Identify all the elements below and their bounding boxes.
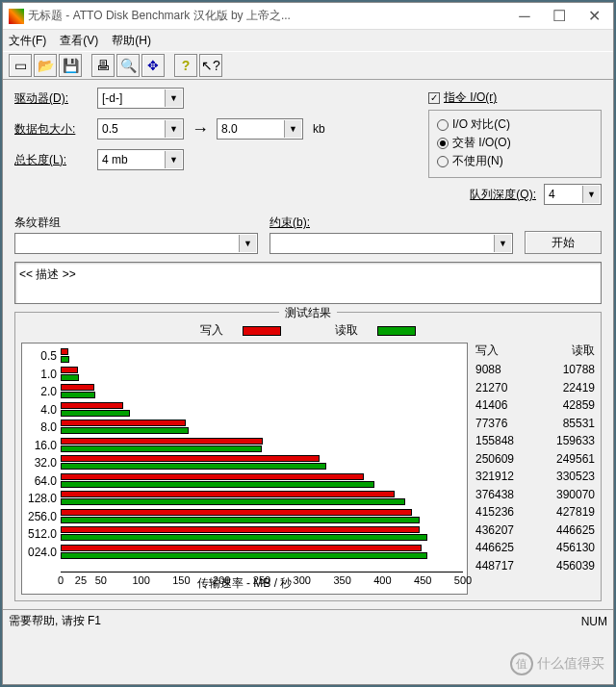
packet-from-select[interactable]: 0.5▼ [97, 118, 184, 140]
status-text: 需要帮助, 请按 F1 [9, 613, 101, 629]
stripe-select[interactable]: ▼ [14, 233, 258, 254]
menu-file[interactable]: 文件(F) [9, 33, 46, 49]
alt-io-radio[interactable] [437, 138, 449, 149]
legend-read-swatch [377, 326, 416, 336]
chevron-down-icon: ▼ [165, 120, 182, 138]
io-options-group: I/O 对比(C) 交替 I/O(O) 不使用(N) [428, 110, 602, 178]
app-icon [9, 9, 24, 24]
constraint-select[interactable]: ▼ [270, 233, 513, 254]
chevron-down-icon: ▼ [284, 120, 301, 138]
print-icon[interactable]: 🖶 [91, 54, 115, 77]
table-header-write: 写入 [475, 343, 499, 359]
bar-chart: 0.51.02.04.08.016.032.064.0128.0256.0512… [21, 343, 468, 595]
help-icon[interactable]: ? [174, 54, 197, 77]
x-axis-label: 传输速率 - MB / 秒 [197, 575, 293, 592]
menu-help[interactable]: 帮助(H) [112, 33, 151, 49]
toolbar: ▭ 📂 💾 🖶 🔍 ✥ ? ↖? [3, 51, 613, 80]
chevron-down-icon: ▼ [582, 186, 600, 203]
close-button[interactable]: ✕ [577, 4, 611, 29]
results-title: 测试结果 [279, 305, 337, 321]
packet-label: 数据包大小: [14, 121, 97, 138]
packet-unit: kb [313, 122, 325, 136]
menubar: 文件(F) 查看(V) 帮助(H) [3, 30, 613, 51]
move-icon[interactable]: ✥ [141, 54, 165, 77]
minimize-button[interactable]: ─ [507, 4, 542, 29]
chevron-down-icon: ▼ [494, 235, 511, 252]
preview-icon[interactable]: 🔍 [116, 54, 140, 77]
start-button[interactable]: 开始 [525, 231, 602, 254]
status-num: NUM [581, 615, 607, 628]
table-header-read: 读取 [572, 343, 595, 359]
drive-label: 驱动器(D): [14, 90, 97, 107]
new-icon[interactable]: ▭ [9, 54, 32, 77]
stripe-label: 条纹群组 [14, 215, 258, 231]
legend-write-swatch [243, 326, 281, 336]
cmd-io-label: 指令 I/O(r) [444, 89, 497, 106]
statusbar: 需要帮助, 请按 F1 NUM [3, 609, 613, 632]
save-icon[interactable]: 💾 [59, 54, 82, 77]
chevron-down-icon: ▼ [239, 235, 256, 252]
menu-view[interactable]: 查看(V) [60, 33, 98, 49]
queue-select[interactable]: 4▼ [544, 184, 602, 205]
open-icon[interactable]: 📂 [34, 54, 57, 77]
queue-label: 队列深度(Q): [470, 187, 536, 203]
legend-read-label: 读取 [335, 322, 358, 339]
context-help-icon[interactable]: ↖? [199, 54, 222, 77]
io-compare-radio[interactable] [437, 119, 449, 131]
packet-to-select[interactable]: 8.0▼ [217, 118, 303, 140]
length-label: 总长度(L): [14, 152, 97, 168]
arrow-right-icon: → [192, 119, 209, 140]
chevron-down-icon: ▼ [165, 89, 182, 107]
titlebar: 无标题 - ATTO Disk Benchmark 汉化版 by 上帝之... … [3, 3, 613, 30]
legend-write-label: 写入 [200, 322, 223, 339]
data-table: 写入 读取 9088107882127022419414064285977376… [475, 343, 595, 595]
drive-select[interactable]: [-d-]▼ [97, 88, 184, 109]
window-title: 无标题 - ATTO Disk Benchmark 汉化版 by 上帝之... [28, 8, 507, 24]
no-use-radio[interactable] [437, 156, 449, 167]
results-panel: 测试结果 写入 读取 0.51.02.04.08.016.032.064.012… [14, 312, 602, 601]
length-select[interactable]: 4 mb▼ [97, 149, 184, 170]
maximize-button[interactable]: ☐ [542, 4, 577, 29]
cmd-io-checkbox[interactable] [428, 92, 440, 104]
constraint-label: 约束(b): [270, 215, 513, 231]
description-input[interactable]: << 描述 >> [14, 262, 602, 304]
chevron-down-icon: ▼ [165, 151, 182, 168]
